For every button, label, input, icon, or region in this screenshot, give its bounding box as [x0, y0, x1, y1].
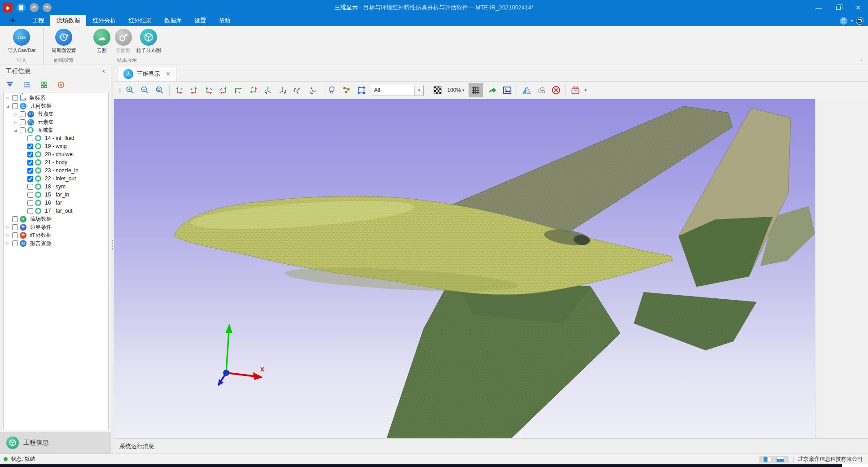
tree-expander[interactable]: ▷: [13, 120, 18, 124]
tree-item[interactable]: 16 - far: [4, 199, 108, 207]
tree-checkbox[interactable]: [12, 216, 18, 222]
chevron-down-icon[interactable]: ▾: [850, 18, 853, 23]
view-isometric-icon[interactable]: [263, 85, 273, 96]
tree-checkbox[interactable]: [20, 127, 26, 133]
toolbar-drag-handle[interactable]: ‖: [118, 87, 121, 94]
close-button[interactable]: ✕: [848, 0, 868, 15]
tree-checkbox[interactable]: [20, 119, 26, 125]
tree-item[interactable]: 14 - int_fluid: [4, 134, 108, 142]
tree-checkbox[interactable]: [12, 224, 18, 230]
locate-target-icon[interactable]: [57, 80, 66, 89]
snapshot-icon[interactable]: [502, 85, 513, 96]
tab-3d-view[interactable]: 三维显示 ✕: [118, 66, 176, 81]
view-left-icon[interactable]: [203, 85, 214, 96]
zoom-out-icon[interactable]: [140, 85, 150, 96]
tree-item[interactable]: 22 - inlet_out: [4, 175, 108, 183]
help-book-icon[interactable]: [856, 17, 864, 25]
tree-checkbox[interactable]: [27, 135, 33, 141]
tree-item[interactable]: ▷ 节点集: [4, 110, 108, 118]
tree-expander[interactable]: ◢: [13, 128, 18, 132]
panel-layout-left-icon[interactable]: [763, 457, 771, 462]
minimize-button[interactable]: —: [809, 0, 829, 15]
tree-item[interactable]: 21 - body: [4, 158, 108, 166]
tree-checkbox[interactable]: [12, 103, 18, 109]
panel-collapse-icon[interactable]: <: [102, 68, 105, 74]
menu-item-infrared-analysis[interactable]: 红外分析: [86, 15, 122, 26]
expand-list-icon[interactable]: [22, 80, 31, 89]
undo-icon[interactable]: ↶: [30, 3, 39, 12]
tree-checkbox[interactable]: [27, 192, 33, 198]
viewport-3d[interactable]: X: [114, 99, 815, 438]
orientation-triad[interactable]: X: [216, 320, 270, 387]
opacity-dropdown[interactable]: 100%▾: [447, 87, 464, 93]
import-cas-dat-button[interactable]: cas 导入Cas/Dat: [6, 28, 37, 55]
ribbon-collapse-chevron[interactable]: ⌃: [860, 59, 864, 64]
tree-checkbox[interactable]: [12, 240, 18, 246]
save-view-icon[interactable]: [570, 85, 581, 96]
zoom-in-icon[interactable]: [125, 85, 136, 96]
rotate-left-icon[interactable]: [277, 85, 288, 96]
tree-checkbox[interactable]: [27, 152, 33, 157]
cancel-icon[interactable]: [551, 85, 561, 96]
tree-expander[interactable]: ▷: [5, 241, 10, 245]
tree-item[interactable]: 19 - wing: [4, 142, 108, 150]
tree-item[interactable]: ▷ 元素集: [4, 118, 108, 126]
chevron-down-icon[interactable]: ▾: [585, 88, 587, 92]
particle-distribution-button[interactable]: 粒子分布图: [135, 28, 163, 55]
tree-item[interactable]: ◢ 面域集: [4, 126, 108, 134]
tree-checkbox[interactable]: [27, 160, 33, 166]
periodic-face-settings-button[interactable]: 周期面设置: [50, 28, 78, 55]
selection-box-icon[interactable]: [356, 85, 367, 96]
tree-checkbox[interactable]: [27, 144, 33, 149]
menu-item-help[interactable]: 帮助: [212, 15, 237, 26]
redo-icon[interactable]: ↷: [43, 3, 52, 12]
tab-close-icon[interactable]: ✕: [164, 70, 171, 77]
menu-item-database[interactable]: 数据库: [158, 15, 188, 26]
restore-button[interactable]: [829, 0, 848, 15]
tree-item[interactable]: ▷ 报告资源: [4, 239, 108, 247]
combo-dropdown-icon[interactable]: ▾: [414, 85, 423, 96]
display-filter-select[interactable]: All ▾: [371, 85, 424, 96]
tree-checkbox[interactable]: [27, 208, 33, 214]
tree-item[interactable]: 20 - chuiwei: [4, 150, 108, 158]
view-back-icon[interactable]: [189, 85, 199, 96]
slice-map-button[interactable]: 切面图: [113, 28, 134, 55]
zoom-fit-icon[interactable]: [154, 85, 165, 96]
tree-expander[interactable]: ▷: [5, 233, 10, 237]
particles-icon[interactable]: [341, 85, 352, 96]
cloud-map-button[interactable]: ☁ 云图: [92, 28, 112, 55]
tree-expander[interactable]: ◢: [5, 104, 10, 108]
tree-item[interactable]: 17 - far_out: [4, 207, 108, 215]
tree-expander[interactable]: ▷: [5, 96, 10, 100]
tree-item[interactable]: ◢ 几何数据: [4, 102, 108, 110]
project-info-bottom-tab[interactable]: 工程信息: [0, 432, 111, 454]
view-top-icon[interactable]: [233, 85, 244, 96]
menu-item-flowfield-data[interactable]: 流场数据: [50, 15, 86, 26]
mirror-icon[interactable]: [521, 85, 532, 96]
tree-checkbox[interactable]: [12, 232, 18, 238]
export-arrow-icon[interactable]: [487, 85, 498, 96]
tree-item[interactable]: 15 - far_in: [4, 191, 108, 199]
theme-icon[interactable]: [840, 17, 847, 25]
tree-item[interactable]: 23 - nozzle_in: [4, 166, 108, 175]
view-bottom-icon[interactable]: [248, 85, 259, 96]
tree-item[interactable]: ▷ 边界条件: [4, 223, 108, 231]
filter-icon[interactable]: [5, 80, 14, 89]
tree-checkbox[interactable]: [27, 168, 33, 174]
view-right-icon[interactable]: [218, 85, 229, 96]
menu-item-settings[interactable]: 设置: [188, 15, 212, 26]
tree-item[interactable]: 18 - sym: [4, 183, 108, 191]
tree-checkbox[interactable]: [20, 111, 26, 117]
new-file-icon[interactable]: [17, 3, 26, 12]
tree-expander[interactable]: ▷: [13, 112, 18, 116]
grid-view-icon[interactable]: [39, 80, 48, 89]
tree-expander[interactable]: ▷: [5, 225, 10, 229]
tree-checkbox[interactable]: [27, 200, 33, 206]
panel-layout-bottom-icon[interactable]: [776, 457, 784, 462]
tree-item[interactable]: ▷ 红外数据: [4, 231, 108, 239]
tree-item[interactable]: 流场数据: [4, 215, 108, 223]
menu-item-infrared-results[interactable]: 红外结果: [122, 15, 158, 26]
tree-item[interactable]: ▷ 坐标系: [4, 94, 108, 102]
grid-toggle-button[interactable]: [469, 83, 483, 97]
tree-checkbox[interactable]: [27, 176, 33, 182]
